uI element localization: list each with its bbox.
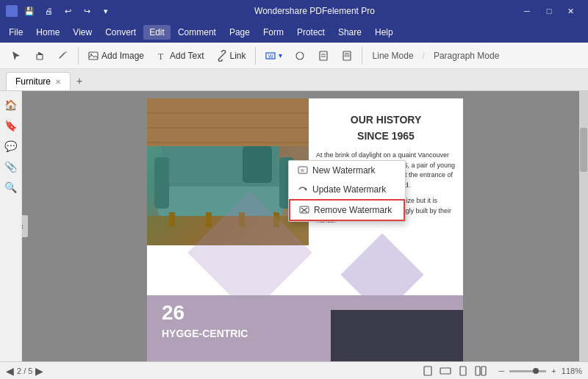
line-mode-button[interactable]: Line Mode	[367, 48, 420, 63]
svg-rect-26	[243, 146, 272, 183]
menu-page[interactable]: Page	[223, 25, 256, 40]
form-tool[interactable]	[337, 48, 357, 64]
new-watermark-item[interactable]: W New Watermark	[289, 161, 405, 180]
menu-form[interactable]: Form	[257, 25, 290, 40]
menu-home[interactable]: Home	[30, 25, 65, 40]
menu-share[interactable]: Share	[332, 25, 368, 40]
document-tab[interactable]: Furniture ✕	[6, 72, 71, 90]
scrollbar-thumb[interactable]	[580, 128, 587, 172]
zoom-level: ─ + 118%	[498, 367, 582, 375]
svg-rect-1	[38, 52, 40, 55]
separator-3	[362, 47, 362, 65]
svg-line-7	[220, 54, 223, 57]
prev-page-button[interactable]: ◀	[6, 365, 14, 377]
svg-rect-2	[40, 53, 41, 55]
menu-edit[interactable]: Edit	[143, 25, 171, 40]
sidebar-home-icon[interactable]: 🏠	[3, 97, 19, 113]
title-bar: 💾 🖨 ↩ ↪ ▾ Wondershare PDFelement Pro ─ □…	[0, 0, 588, 22]
titlebar-redo[interactable]: ↪	[79, 4, 94, 18]
sidebar-search-icon[interactable]: 🔍	[3, 179, 19, 195]
maximize-button[interactable]: □	[538, 0, 560, 22]
svg-rect-37	[424, 367, 431, 375]
separator-2	[255, 47, 256, 65]
svg-rect-11	[320, 51, 327, 60]
menu-comment[interactable]: Comment	[172, 25, 222, 40]
menu-help[interactable]: Help	[369, 25, 399, 40]
form-icon	[341, 50, 353, 62]
tab-close-button[interactable]: ✕	[55, 78, 61, 86]
watermark-icon: W	[265, 50, 276, 62]
edit-tool[interactable]	[53, 48, 74, 64]
page-indicator: 2 / 5	[17, 367, 32, 375]
sidebar-collapse-button[interactable]: ‹	[22, 215, 28, 237]
link-button[interactable]: Link	[212, 48, 251, 64]
fit-page-icon[interactable]	[422, 365, 434, 377]
shape-button[interactable]	[290, 48, 310, 64]
toolbar: Add Image T Add Text Link W ▾ Line Mode …	[0, 43, 588, 69]
shape-icon	[294, 50, 306, 62]
mode-separator: /	[423, 51, 425, 61]
two-page-icon[interactable]	[475, 365, 487, 377]
sidebar-comment-icon[interactable]: 💬	[3, 138, 19, 154]
sidebar-bookmark-icon[interactable]: 🔖	[3, 118, 19, 134]
tab-label: Furniture	[15, 76, 51, 87]
svg-text:T: T	[158, 51, 164, 62]
svg-rect-39	[460, 367, 466, 375]
zoom-slider-thumb[interactable]	[533, 368, 539, 374]
text-icon: T	[156, 50, 168, 62]
svg-rect-4	[89, 52, 98, 59]
zoom-minus[interactable]: ─	[498, 367, 504, 375]
remove-watermark-item[interactable]: Remove Watermark	[289, 199, 405, 221]
document-icon	[318, 50, 329, 62]
pdf-bottom-text: HYGGE-CENTRIC	[162, 328, 248, 339]
titlebar-custom[interactable]: ▾	[98, 4, 113, 18]
hand-tool[interactable]	[29, 48, 50, 64]
svg-rect-23	[206, 212, 212, 227]
title-bar-left: 💾 🖨 ↩ ↪ ▾	[6, 4, 113, 18]
pdf-page: OUR HISTORY SINCE 1965 At the brink of d…	[147, 98, 463, 361]
svg-rect-16	[345, 55, 349, 57]
add-text-button[interactable]: T Add Text	[151, 48, 208, 64]
status-left: ◀ 2 / 5 ▶	[6, 365, 43, 377]
left-sidebar: 🏠 🔖 💬 📎 🔍	[0, 91, 22, 361]
titlebar-print[interactable]: 🖨	[41, 4, 56, 18]
watermark-button[interactable]: W ▾	[260, 48, 287, 64]
add-image-button[interactable]: Add Image	[83, 48, 148, 64]
cursor-tool[interactable]	[6, 48, 26, 64]
zoom-plus[interactable]: +	[551, 367, 556, 375]
zoom-bar	[509, 370, 546, 372]
link-tool2[interactable]	[313, 48, 334, 64]
separator-1	[78, 47, 79, 65]
vertical-scrollbar[interactable]	[579, 91, 588, 361]
svg-rect-20	[154, 157, 169, 209]
paragraph-mode-button[interactable]: Paragraph Mode	[428, 48, 505, 63]
sidebar-attach-icon[interactable]: 📎	[3, 159, 19, 175]
svg-text:W: W	[301, 168, 304, 173]
pdf-viewer: ‹	[22, 91, 588, 361]
zoom-value: 118%	[562, 367, 582, 375]
menu-protect[interactable]: Protect	[291, 25, 331, 40]
menu-bar: File Home View Convert Edit Comment Page…	[0, 22, 588, 43]
pdf-bottom-dark	[331, 310, 463, 361]
fit-width-icon[interactable]	[440, 365, 451, 377]
titlebar-save[interactable]: 💾	[22, 4, 37, 18]
add-tab-button[interactable]: +	[71, 71, 88, 90]
menu-convert[interactable]: Convert	[99, 25, 142, 40]
update-watermark-item[interactable]: Update Watermark	[289, 180, 405, 199]
titlebar-undo[interactable]: ↩	[60, 4, 75, 18]
next-page-button[interactable]: ▶	[35, 365, 43, 377]
close-button[interactable]: ✕	[560, 0, 582, 22]
pdf-title1: OUR HISTORY	[316, 113, 456, 128]
single-page-icon[interactable]	[457, 365, 469, 377]
svg-point-10	[296, 52, 304, 59]
svg-text:W: W	[268, 54, 273, 59]
menu-file[interactable]: File	[3, 25, 29, 40]
current-page: 2	[17, 367, 21, 375]
minimize-button[interactable]: ─	[516, 0, 538, 22]
menu-view[interactable]: View	[67, 25, 98, 40]
hand-icon	[34, 50, 46, 62]
cursor-icon	[10, 50, 22, 62]
edit-icon	[57, 50, 69, 62]
watermark-remove-icon	[299, 205, 309, 215]
svg-rect-27	[147, 98, 309, 146]
